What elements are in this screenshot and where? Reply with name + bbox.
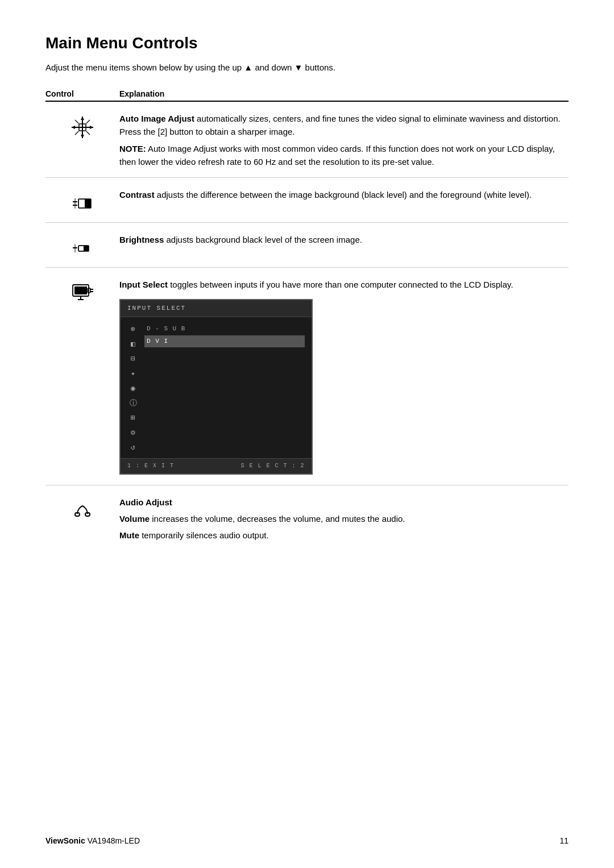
- svg-marker-5: [90, 126, 93, 129]
- osd-icon-2: ◧: [127, 339, 139, 350]
- osd-footer: 1 : E X I T S E L E C T : 2: [121, 458, 312, 474]
- footer-model: VA1948m-LED: [88, 836, 140, 845]
- col-explanation-header: Explanation: [119, 89, 569, 98]
- svg-line-9: [75, 131, 78, 135]
- osd-icon-4: ✦: [127, 368, 139, 380]
- footer-brand-model: ViewSonic VA1948m-LED: [45, 836, 140, 845]
- brightness-icon-cell: [45, 233, 119, 261]
- svg-line-8: [86, 120, 90, 123]
- osd-icon-5: ◉: [127, 383, 139, 394]
- svg-rect-15: [79, 200, 85, 207]
- audio-adjust-explanation: Audio Adjust Volume increases the volume…: [119, 496, 569, 546]
- table-header: Control Explanation: [45, 89, 569, 102]
- contrast-explanation: Contrast adjusts the difference between …: [119, 188, 569, 205]
- svg-marker-3: [81, 135, 84, 138]
- table-row: Audio Adjust Volume increases the volume…: [45, 485, 569, 551]
- contrast-icon-cell: [45, 188, 119, 217]
- table-row: Contrast adjusts the difference between …: [45, 178, 569, 223]
- osd-icon-7: ⊞: [127, 413, 139, 424]
- osd-icon-8: ⚙: [127, 427, 139, 439]
- svg-rect-27: [75, 513, 80, 516]
- input-select-icon-cell: [45, 278, 119, 306]
- page-footer: ViewSonic VA1948m-LED 11: [45, 836, 569, 845]
- osd-title: INPUT SELECT: [121, 300, 312, 317]
- controls-table: Control Explanation Auto Image Adj: [45, 89, 569, 551]
- osd-icon-6: ⓘ: [127, 398, 139, 409]
- input-select-explanation: Input Select toggles between inputs if y…: [119, 278, 569, 479]
- svg-line-7: [75, 120, 78, 123]
- osd-footer-select: S E L E C T : 2: [240, 462, 305, 471]
- intro-text: Adjust the menu items shown below by usi…: [45, 63, 569, 72]
- table-row: Input Select toggles between inputs if y…: [45, 268, 569, 485]
- osd-screen: INPUT SELECT ⊕ ◧ ⊟ ✦ ◉ ⓘ ⊞ ⚙ ↺ D - S U: [119, 299, 313, 475]
- osd-icon-9: ↺: [127, 442, 139, 454]
- brightness-explanation: Brightness adjusts background black leve…: [119, 233, 569, 250]
- table-row: Brightness adjusts background black leve…: [45, 223, 569, 268]
- brightness-icon: [69, 235, 96, 261]
- osd-menu-item-dvi: D V I: [144, 335, 305, 348]
- osd-footer-exit: 1 : E X I T: [127, 462, 175, 471]
- footer-brand: ViewSonic: [45, 836, 85, 845]
- table-row: Auto Image Adjust automatically sizes, c…: [45, 102, 569, 178]
- osd-menu-col: D - S U B D V I: [144, 322, 305, 454]
- svg-marker-4: [72, 126, 75, 129]
- osd-body: ⊕ ◧ ⊟ ✦ ◉ ⓘ ⊞ ⚙ ↺ D - S U B D V I: [121, 317, 312, 458]
- auto-image-adjust-icon-cell: [45, 112, 119, 140]
- col-control-header: Control: [45, 89, 119, 98]
- page-title: Main Menu Controls: [45, 34, 569, 52]
- input-select-icon: [69, 280, 96, 306]
- osd-menu-item-dsub: D - S U B: [144, 323, 305, 335]
- audio-adjust-icon-cell: [45, 496, 119, 524]
- osd-icon-3: ⊟: [127, 354, 139, 365]
- footer-page-number: 11: [559, 836, 569, 845]
- svg-marker-2: [81, 117, 84, 120]
- auto-image-adjust-explanation: Auto Image Adjust automatically sizes, c…: [119, 112, 569, 172]
- svg-rect-21: [74, 286, 87, 294]
- auto-image-adjust-icon: [69, 114, 96, 140]
- osd-icons-col: ⊕ ◧ ⊟ ✦ ◉ ⓘ ⊞ ⚙ ↺: [127, 322, 139, 454]
- svg-line-10: [86, 131, 90, 135]
- contrast-icon: [69, 190, 96, 217]
- svg-rect-28: [85, 513, 90, 516]
- osd-icon-1: ⊕: [127, 324, 139, 335]
- svg-rect-19: [79, 246, 84, 251]
- audio-adjust-icon: [69, 498, 96, 524]
